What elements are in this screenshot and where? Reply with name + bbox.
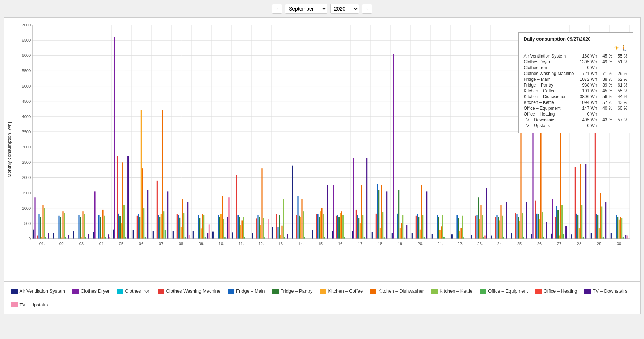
tooltip-icon-row: ☀ 🚶 — [524, 45, 628, 51]
tooltip-rows: Air Ventilation System168 Wh45 %55 %Clot… — [524, 54, 628, 128]
legend-label: TV – Upstairs — [20, 302, 48, 307]
legend-item[interactable]: Fridge – Pantry — [272, 285, 313, 297]
year-select[interactable]: 20182019202020212022 — [330, 4, 359, 14]
legend-label: Office – Heating — [543, 288, 577, 294]
tooltip-row: Clothes Dryer1305 Wh49 %51 % — [524, 59, 628, 64]
tooltip-row: TV – Upstairs0 Wh–– — [524, 123, 628, 128]
legend-color — [370, 289, 376, 294]
legend-item[interactable]: TV – Upstairs — [11, 299, 48, 311]
legend-item[interactable]: Clothes Iron — [117, 285, 150, 297]
legend-label: TV – Downstairs — [593, 288, 627, 294]
tooltip-row: Clothes Iron0 Wh–– — [524, 65, 628, 70]
legend-label: Kitchen – Coffee — [328, 288, 363, 294]
legend-label: Kitchen – Dishwasher — [378, 288, 424, 294]
legend-label: Clothes Iron — [125, 288, 150, 294]
tooltip-title: Daily consumption 09/27/2020 — [524, 36, 628, 42]
legend-item[interactable]: Office – Equipment — [480, 285, 528, 297]
tooltip-row: Fridge – Pantry938 Wh39 %61 % — [524, 83, 628, 88]
tooltip-row: TV – Downstairs405 Wh43 %57 % — [524, 117, 628, 122]
legend-color — [480, 289, 486, 294]
legend-color — [11, 302, 18, 307]
legend-item[interactable]: Kitchen – Dishwasher — [370, 285, 424, 297]
legend-item[interactable]: TV – Downstairs — [584, 285, 627, 297]
next-month-button[interactable]: › — [362, 4, 372, 14]
legend-label: Fridge – Pantry — [281, 288, 313, 294]
tooltip-row: Clothes Washing Machine721 Wh71 %29 % — [524, 71, 628, 76]
legend-color — [158, 289, 164, 294]
legend-label: Office – Equipment — [488, 288, 528, 294]
legend-item[interactable]: Office – Heating — [535, 285, 577, 297]
person-icon: 🚶 — [620, 45, 628, 51]
legend-item[interactable]: Kitchen – Kettle — [431, 285, 472, 297]
legend-item[interactable]: Fridge – Main — [228, 285, 265, 297]
legend-label: Clothes Dryer — [81, 288, 109, 294]
tooltip-panel: Daily consumption 09/27/2020 ☀ 🚶 Air Ven… — [518, 32, 633, 133]
legend-color — [535, 289, 542, 294]
legend-color — [72, 289, 79, 294]
tooltip-row: Fridge – Main1072 Wh38 %62 % — [524, 77, 628, 82]
legend-label: Kitchen – Kettle — [439, 288, 472, 294]
legend-color — [272, 289, 279, 294]
legend-color — [117, 289, 123, 294]
legend-color — [431, 289, 438, 294]
legend-color — [228, 289, 234, 294]
legend-color — [11, 289, 18, 294]
legend-item[interactable]: Clothes Washing Machine — [158, 285, 221, 297]
tooltip-row: Kitchen – Kettle1094 Wh57 %43 % — [524, 100, 628, 105]
tooltip-row: Office – Heating0 Wh–– — [524, 112, 628, 117]
tooltip-row: Kitchen – Coffee101 Wh45 %55 % — [524, 88, 628, 93]
legend-label: Clothes Washing Machine — [166, 288, 221, 294]
legend-area: Air Ventilation SystemClothes DryerCloth… — [4, 282, 641, 314]
y-axis-label: Monthly consumption [Wh] — [4, 18, 14, 281]
month-select[interactable]: JanuaryFebruaryMarchAprilMayJuneJulyAugu… — [285, 4, 327, 14]
legend-item[interactable]: Clothes Dryer — [72, 285, 109, 297]
legend-label: Air Ventilation System — [20, 288, 65, 294]
tooltip-row: Office – Equipment147 Wh40 %60 % — [524, 106, 628, 111]
prev-month-button[interactable]: ‹ — [272, 4, 282, 14]
legend-color — [584, 289, 591, 294]
legend-color — [320, 289, 326, 294]
legend-label: Fridge – Main — [236, 288, 265, 294]
tooltip-row: Kitchen – Dishwasher3806 Wh56 %44 % — [524, 94, 628, 99]
legend-item[interactable]: Air Ventilation System — [11, 285, 65, 297]
sun-icon: ☀ — [614, 45, 619, 51]
legend-item[interactable]: Kitchen – Coffee — [320, 285, 363, 297]
tooltip-row: Air Ventilation System168 Wh45 %55 % — [524, 54, 628, 59]
